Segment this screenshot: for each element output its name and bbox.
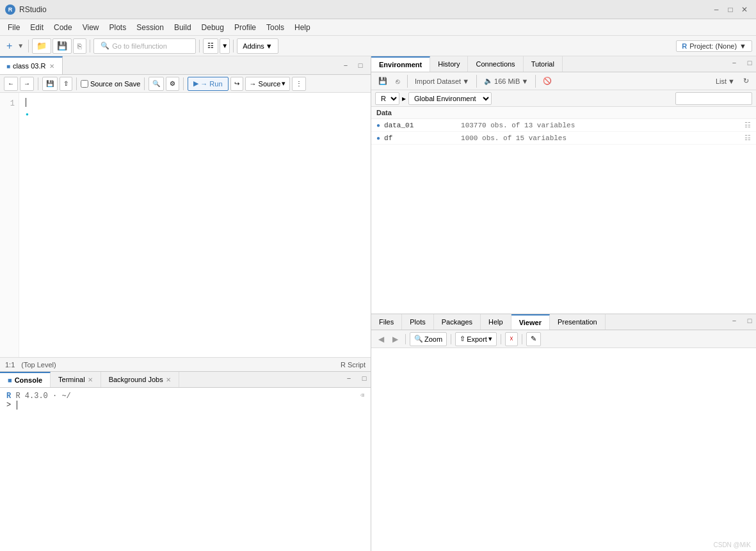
menu-profile[interactable]: Profile [229,22,261,33]
env-expand-button[interactable]: □ [743,56,756,69]
console-tab-label: Console [15,376,42,384]
redo-button[interactable]: → [20,77,34,91]
console-tab-bar: ■ Console Terminal ✕ Background Jobs ✕ −… [0,372,371,388]
files-tab[interactable]: Files [371,314,402,330]
menu-file[interactable]: File [3,22,25,33]
viewer-expand-button[interactable]: □ [743,314,756,327]
code-area[interactable]: 1 ● [0,93,371,357]
new-file-dropdown[interactable]: ▼ [16,38,25,54]
undo-button[interactable]: ← [4,77,18,91]
grid-icon-data01[interactable]: ☷ [744,121,751,129]
connections-tab-label: Connections [476,60,515,68]
save-file-button[interactable]: 💾 [42,77,58,91]
menu-code[interactable]: Code [49,22,77,33]
r-environment-select[interactable]: R [375,92,399,105]
load-env-button[interactable]: ⎋ [392,74,403,88]
environment-tab[interactable]: Environment [371,56,430,72]
scope-label: (Top Level) [21,361,56,369]
source-button[interactable]: → Source ▾ [245,77,291,91]
env-collapse-button[interactable]: − [728,56,741,69]
tools-button[interactable]: ⚙ [166,77,179,91]
export-button[interactable]: ⇧ Export ▾ [455,332,497,346]
refresh-env-button[interactable]: ↻ [740,74,752,88]
import-dataset-button[interactable]: Import Dataset ▼ [412,74,472,88]
presentation-tab[interactable]: Presentation [550,314,606,330]
console-tab[interactable]: ■ Console [0,372,51,387]
memory-usage: 🔈 166 MiB ▼ [481,74,531,88]
console-expand-button[interactable]: □ [358,372,371,385]
menu-plots[interactable]: Plots [104,22,132,33]
find-button[interactable]: 🔍 [149,77,164,91]
main-area: ■ class 03.R ✕ − □ ← → 💾 ⇧ Sou [0,56,756,551]
background-jobs-tab[interactable]: Background Jobs ✕ [101,372,179,387]
menu-help[interactable]: Help [289,22,316,33]
plots-tab[interactable]: Plots [402,314,433,330]
source-on-save-checkbox[interactable] [81,80,88,88]
menu-edit[interactable]: Edit [25,22,49,33]
print-button[interactable]: ⎘ [73,38,86,54]
layout-button[interactable]: ☷ [203,38,218,54]
editor-tab-close[interactable]: ✕ [48,62,56,70]
toolbar-separator-3 [199,40,200,52]
help-tab[interactable]: Help [481,314,511,330]
env-value-data01: 103770 obs. of 13 variables [461,122,744,129]
global-env-select[interactable]: Global Environment [408,92,492,105]
clear-icon[interactable]: ⌫ [360,392,364,399]
editor-tab-class03[interactable]: ■ class 03.R ✕ [0,56,63,74]
maximize-button[interactable]: □ [724,3,737,16]
publish-button[interactable]: ⇧ [60,77,72,91]
viewer-back-button[interactable]: ◀ [375,332,387,346]
env-row-data01[interactable]: ● data_01 103770 obs. of 13 variables ☷ [371,119,756,132]
minimize-button[interactable]: – [710,3,723,16]
viewer-tab[interactable]: Viewer [511,314,550,330]
menu-session[interactable]: Session [131,22,169,33]
env-subbar: R ▸ Global Environment [371,90,756,107]
layout-dropdown[interactable]: ▼ [220,38,230,54]
zoom-button[interactable]: 🔍 Zoom [410,332,447,346]
save-env-button[interactable]: 💾 [375,74,390,88]
menu-tools[interactable]: Tools [261,22,289,33]
export-arrow-icon: ▾ [488,335,492,343]
edit-viewer-button[interactable]: ✎ [526,332,541,346]
console-content[interactable]: R R 4.3.0 · ~/ ⌫ > [0,388,371,551]
close-button[interactable]: ✕ [738,3,751,16]
env-row-df[interactable]: ● df 1000 obs. of 15 variables ☷ [371,132,756,145]
grid-icon-df[interactable]: ☷ [744,134,751,142]
r-file-icon: ■ [6,63,10,70]
viewer-collapse-button[interactable]: − [728,314,741,327]
menu-build[interactable]: Build [169,22,197,33]
editor-sep-3 [144,77,145,90]
clear-env-button[interactable]: 🚫 [540,74,555,88]
history-tab[interactable]: History [430,56,468,72]
menu-view[interactable]: View [77,22,104,33]
r-version-text: R 4.3.0 · ~/ [15,392,70,401]
terminal-tab[interactable]: Terminal ✕ [51,372,101,387]
terminal-tab-close[interactable]: ✕ [88,376,93,383]
run-button[interactable]: ▶ → Run [188,77,228,91]
editor-pane: ■ class 03.R ✕ − □ ← → 💾 ⇧ Sou [0,56,371,372]
rerun-button[interactable]: ↪ [230,77,243,91]
env-sep-2 [476,75,477,88]
clear-viewer-button[interactable]: ☓ [505,332,518,346]
list-view-button[interactable]: List ▼ [712,74,738,88]
editor-expand-button[interactable]: □ [354,59,367,72]
addins-button[interactable]: Addins ▼ [237,38,278,54]
code-content[interactable]: ● [19,93,371,357]
menu-debug[interactable]: Debug [197,22,229,33]
console-collapse-button[interactable]: − [342,372,355,385]
more-button[interactable]: ⋮ [292,77,306,91]
editor-collapse-button[interactable]: − [339,59,352,72]
source-on-save-label[interactable]: Source on Save [81,80,140,88]
goto-file-button[interactable]: 🔍 Go to file/function [93,38,196,54]
bg-jobs-tab-close[interactable]: ✕ [166,376,171,383]
viewer-forward-button[interactable]: ▶ [389,332,401,346]
new-file-button[interactable]: + [4,38,15,54]
packages-tab[interactable]: Packages [434,314,481,330]
open-file-button[interactable]: 📁 [32,38,51,54]
line-numbers: 1 [0,93,19,357]
tutorial-tab[interactable]: Tutorial [524,56,563,72]
env-search-input[interactable] [675,92,752,105]
connections-tab[interactable]: Connections [468,56,523,72]
save-button[interactable]: 💾 [52,38,72,54]
editor-toolbar: ← → 💾 ⇧ Source on Save 🔍 ⚙ ▶ → Run ↪ [0,75,371,93]
